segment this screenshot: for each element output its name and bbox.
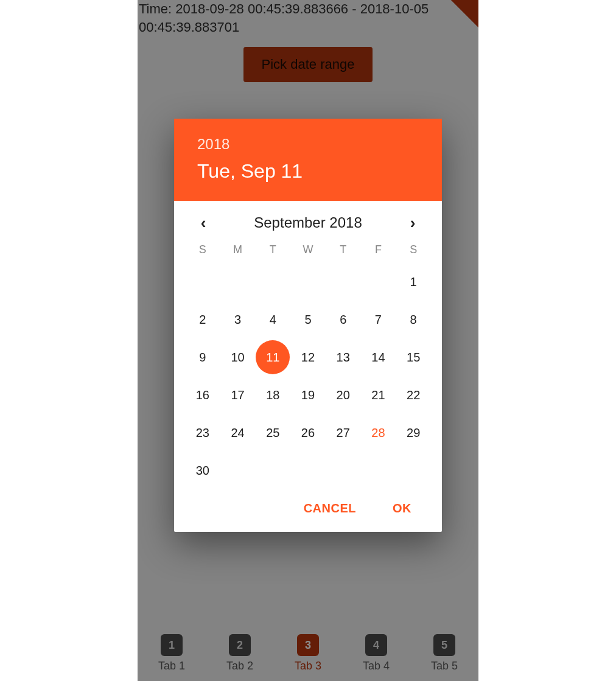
calendar-day-30[interactable]: 30 <box>185 458 220 483</box>
calendar-day-13[interactable]: 13 <box>326 345 361 369</box>
calendar-day-20[interactable]: 20 <box>326 383 361 407</box>
weekday-header: S <box>185 243 220 256</box>
calendar-grid: SMTWTFS123456789101112131415161718192021… <box>174 239 442 489</box>
calendar-day-21[interactable]: 21 <box>361 383 396 407</box>
calendar-day-2[interactable]: 2 <box>185 307 220 332</box>
weekday-header: T <box>255 243 290 256</box>
calendar-day-26[interactable]: 26 <box>290 421 326 445</box>
header-year[interactable]: 2018 <box>197 136 419 153</box>
calendar-day-8[interactable]: 8 <box>396 307 431 332</box>
calendar-day-22[interactable]: 22 <box>396 383 431 407</box>
date-picker-header: 2018 Tue, Sep 11 <box>174 119 442 201</box>
calendar-day-17[interactable]: 17 <box>220 383 256 407</box>
calendar-day-3[interactable]: 3 <box>220 307 256 332</box>
month-navigator: ‹ September 2018 › <box>174 201 442 239</box>
calendar-day-24[interactable]: 24 <box>220 421 256 445</box>
date-picker-dialog: 2018 Tue, Sep 11 ‹ September 2018 › SMTW… <box>174 119 442 532</box>
calendar-blank <box>290 270 326 294</box>
calendar-blank <box>185 270 220 294</box>
calendar-day-7[interactable]: 7 <box>361 307 396 332</box>
month-label: September 2018 <box>254 214 362 231</box>
cancel-button[interactable]: CANCEL <box>300 501 360 516</box>
calendar-day-29[interactable]: 29 <box>396 421 431 445</box>
calendar-day-12[interactable]: 12 <box>290 345 326 369</box>
weekday-header: T <box>326 243 361 256</box>
calendar-day-16[interactable]: 16 <box>185 383 220 407</box>
calendar-day-19[interactable]: 19 <box>290 383 326 407</box>
calendar-day-15[interactable]: 15 <box>396 345 431 369</box>
calendar-day-18[interactable]: 18 <box>255 383 290 407</box>
calendar-day-27[interactable]: 27 <box>326 421 361 445</box>
calendar-blank <box>255 270 290 294</box>
calendar-day-25[interactable]: 25 <box>255 421 290 445</box>
weekday-header: M <box>220 243 256 256</box>
calendar-day-9[interactable]: 9 <box>185 345 220 369</box>
weekday-header: F <box>361 243 396 256</box>
weekday-header: S <box>396 243 431 256</box>
calendar-blank <box>326 270 361 294</box>
calendar-day-23[interactable]: 23 <box>185 421 220 445</box>
calendar-day-1[interactable]: 1 <box>396 270 431 294</box>
next-month-button[interactable]: › <box>402 212 424 234</box>
calendar-day-4[interactable]: 4 <box>255 307 290 332</box>
calendar-day-11[interactable]: 11 <box>256 340 290 374</box>
header-date[interactable]: Tue, Sep 11 <box>197 160 419 183</box>
dialog-actions: CANCEL OK <box>174 489 442 532</box>
calendar-blank <box>220 270 256 294</box>
modal-overlay[interactable]: 2018 Tue, Sep 11 ‹ September 2018 › SMTW… <box>138 0 478 681</box>
ok-button[interactable]: OK <box>389 501 415 516</box>
calendar-day-6[interactable]: 6 <box>326 307 361 332</box>
weekday-header: W <box>290 243 326 256</box>
prev-month-button[interactable]: ‹ <box>192 212 214 234</box>
calendar-day-5[interactable]: 5 <box>290 307 326 332</box>
calendar-day-10[interactable]: 10 <box>220 345 256 369</box>
app-frame: Time: 2018-09-28 00:45:39.883666 - 2018-… <box>138 0 478 681</box>
calendar-day-28[interactable]: 28 <box>361 421 396 445</box>
calendar-blank <box>361 270 396 294</box>
calendar-day-14[interactable]: 14 <box>361 345 396 369</box>
